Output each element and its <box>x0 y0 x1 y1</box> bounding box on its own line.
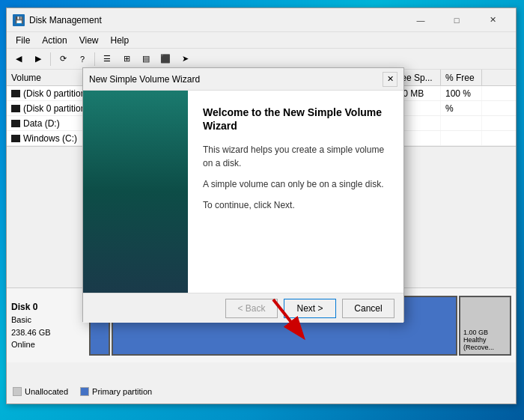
legend-primary-label: Primary partition <box>92 387 152 396</box>
back-button[interactable]: < Back <box>225 299 278 318</box>
col-pct-free[interactable]: % Free <box>441 70 482 85</box>
toolbar-icon3[interactable]: ▤ <box>137 51 155 67</box>
wizard-heading: Welcome to the New Simple Volume Wizard <box>203 106 389 133</box>
legend-unallocated-label: Unallocated <box>25 387 68 396</box>
wizard-sidebar <box>83 91 188 293</box>
next-button[interactable]: Next > <box>284 299 336 318</box>
wizard-para2: A simple volume can only be on a single … <box>203 177 389 191</box>
menu-file[interactable]: File <box>10 34 36 47</box>
vol-icon <box>11 90 20 97</box>
toolbar-refresh[interactable]: ⟳ <box>54 51 72 67</box>
legend-primary: Primary partition <box>80 387 152 396</box>
toolbar-help[interactable]: ? <box>73 51 91 67</box>
disk-type: Basic <box>11 315 31 324</box>
seg-recovery-sub: Healthy (Recove... <box>463 336 507 351</box>
wizard-title: New Simple Volume Wizard <box>89 74 200 85</box>
title-bar-controls: — □ ✕ <box>403 8 510 32</box>
disk-name: Disk 0 <box>11 302 37 312</box>
disk-label: Disk 0 Basic 238.46 GB Online <box>11 300 86 351</box>
wizard-close-button[interactable]: ✕ <box>383 72 397 87</box>
legend-unallocated-icon <box>13 387 22 396</box>
cancel-button[interactable]: Cancel <box>342 299 394 318</box>
seg-recovery-label: 1.00 GB <box>463 329 507 336</box>
disk-seg-recovery: 1.00 GB Healthy (Recove... <box>459 296 511 356</box>
toolbar-icon1[interactable]: ☰ <box>98 51 116 67</box>
wizard-title-bar: New Simple Volume Wizard ✕ <box>83 68 403 91</box>
toolbar-back[interactable]: ◀ <box>10 51 28 67</box>
row3-pct <box>441 116 482 130</box>
close-button[interactable]: ✕ <box>475 8 510 32</box>
menu-help[interactable]: Help <box>105 34 135 47</box>
toolbar-icon5[interactable]: ➤ <box>176 51 194 67</box>
vol-icon <box>11 120 20 127</box>
legend-unallocated: Unallocated <box>13 387 68 396</box>
row2-pct: % <box>441 101 482 115</box>
toolbar-sep2 <box>94 52 95 66</box>
legend-primary-icon <box>80 387 89 396</box>
row1-pct: 100 % <box>441 86 482 100</box>
toolbar-icon2[interactable]: ⊞ <box>118 51 135 67</box>
wizard-footer: < Back Next > Cancel <box>83 293 403 323</box>
vol-icon <box>11 105 20 112</box>
toolbar-icon4[interactable]: ⬛ <box>156 51 174 67</box>
vol-icon <box>11 135 20 142</box>
toolbar-sep1 <box>50 52 51 66</box>
app-icon: 💾 <box>13 14 25 26</box>
maximize-button[interactable]: □ <box>439 8 474 32</box>
wizard-para3: To continue, click Next. <box>203 198 389 212</box>
wizard-content: Welcome to the New Simple Volume Wizard … <box>188 91 403 293</box>
disk-size: 238.46 GB <box>11 328 51 337</box>
menu-action[interactable]: Action <box>36 34 73 47</box>
legend: Unallocated Primary partition <box>13 387 152 396</box>
wizard-dialog: New Simple Volume Wizard ✕ Welcome to th… <box>82 67 404 322</box>
wizard-para1: This wizard helps you create a simple vo… <box>203 143 389 170</box>
menu-bar: File Action View Help <box>7 32 516 49</box>
window-title: Disk Management <box>29 15 102 25</box>
toolbar-forward[interactable]: ▶ <box>29 51 47 67</box>
disk-status: Online <box>11 340 35 349</box>
title-bar: 💾 Disk Management — □ ✕ <box>7 8 516 32</box>
toolbar: ◀ ▶ ⟳ ? ☰ ⊞ ▤ ⬛ ➤ <box>7 49 516 70</box>
minimize-button[interactable]: — <box>403 8 438 32</box>
menu-view[interactable]: View <box>73 34 105 47</box>
row4-pct <box>441 131 482 145</box>
wizard-body: Welcome to the New Simple Volume Wizard … <box>83 91 403 293</box>
title-bar-left: 💾 Disk Management <box>13 14 102 26</box>
